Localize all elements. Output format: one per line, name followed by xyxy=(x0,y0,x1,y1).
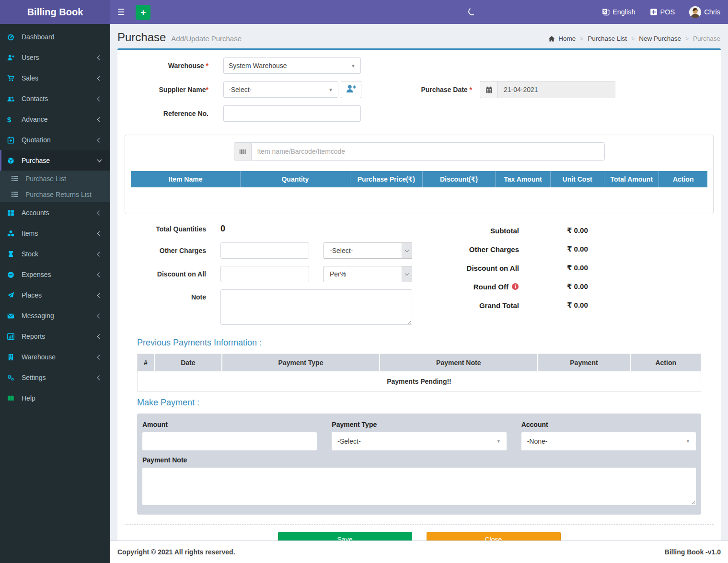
app-logo[interactable]: Billing Book xyxy=(0,0,110,24)
items-column-tax-amount: Tax Amount xyxy=(495,171,550,187)
chevron-left-icon xyxy=(97,96,102,101)
content-column: Purchase Add/Update Purchase Home>Purcha… xyxy=(110,24,728,563)
items-table: Item NameQuantityPurchase Price(₹)Discou… xyxy=(131,171,707,200)
reference-input[interactable] xyxy=(223,105,361,122)
purchase-date-label: Purchase Date * xyxy=(412,86,472,93)
payment-note-textarea[interactable] xyxy=(142,468,696,505)
sidebar-item-items[interactable]: Items xyxy=(0,223,110,243)
chevron-left-icon xyxy=(97,293,102,298)
total-quantities-label: Total Quantities xyxy=(125,225,206,233)
sidebar-item-purchase-list[interactable]: Purchase List xyxy=(0,171,110,186)
bar-chart-icon xyxy=(7,333,17,340)
payments-column-action: Action xyxy=(630,354,701,372)
version-text: Billing Book -v1.0 xyxy=(665,548,721,556)
sidebar-item-sales[interactable]: Sales xyxy=(0,68,110,88)
save-button[interactable]: Save xyxy=(278,532,412,540)
purchase-form: Warehouse * System Warehouse ▼ Supplier … xyxy=(125,57,714,130)
sidebar-item-purchase-returns-list[interactable]: Purchase Returns List xyxy=(0,186,110,202)
select-arrow-strip xyxy=(402,243,412,258)
calendar-icon[interactable] xyxy=(480,81,497,98)
items-column-unit-cost: Unit Cost xyxy=(551,171,604,187)
list-icon xyxy=(11,191,21,198)
chevron-left-icon xyxy=(97,76,102,80)
sidebar-item-purchase[interactable]: Purchase xyxy=(0,150,110,171)
hourglass-icon xyxy=(7,250,17,258)
sidebar-item-settings[interactable]: Settings xyxy=(0,367,110,388)
amount-input[interactable] xyxy=(142,432,317,450)
language-label: English xyxy=(612,8,636,16)
sidebar-item-places[interactable]: Places xyxy=(0,285,110,305)
other-charges-label: Other Charges xyxy=(125,247,206,254)
close-button[interactable]: Close xyxy=(427,532,561,540)
payments-column-date: Date xyxy=(154,354,222,372)
chevron-left-icon xyxy=(97,375,102,380)
sidebar-item-stock[interactable]: Stock xyxy=(0,243,110,264)
hamburger-icon[interactable]: ☰ xyxy=(110,7,132,17)
top-bar: Billing Book ☰ + English POS xyxy=(0,0,728,24)
totals-left: Total Quantities 0 Other Charges -Select… xyxy=(125,224,422,332)
page-title: Purchase xyxy=(117,31,166,44)
payment-type-value: -Select- xyxy=(337,437,360,445)
book-icon xyxy=(7,394,17,402)
make-payment-panel: Amount Payment Type -Select- ▼ xyxy=(137,414,701,515)
user-menu[interactable]: Chris xyxy=(689,6,720,18)
sidebar-item-label: Dashboard xyxy=(22,33,103,41)
summary-value: ₹ 0.00 xyxy=(567,245,652,253)
navbar-right: English POS Chris xyxy=(602,6,728,18)
sidebar-item-warehouse[interactable]: Warehouse xyxy=(0,346,110,367)
other-charges-input[interactable] xyxy=(220,242,309,259)
supplier-label: Supplier Name* xyxy=(125,86,208,93)
summary-row-subtotal: Subtotal₹ 0.00 xyxy=(422,226,652,235)
main-row: DashboardUsersSalesContacts$AdvanceQuota… xyxy=(0,24,728,563)
chevron-left-icon xyxy=(97,334,102,339)
discount-type-select[interactable]: Per% xyxy=(324,266,412,282)
supplier-select[interactable]: -Select- ▼ xyxy=(223,81,338,98)
make-payment-heading: Make Payment : xyxy=(137,398,701,408)
breadcrumb-home[interactable]: Home xyxy=(558,35,576,42)
pos-button[interactable]: POS xyxy=(650,8,675,16)
discount-type-value: Per% xyxy=(330,270,346,278)
sidebar-item-reports[interactable]: Reports xyxy=(0,326,110,346)
sidebar-item-help[interactable]: Help xyxy=(0,388,110,408)
amount-label: Amount xyxy=(142,421,317,428)
sidebar-item-quotation[interactable]: Quotation xyxy=(0,129,110,150)
note-textarea[interactable] xyxy=(220,289,412,325)
other-charges-type-select[interactable]: -Select- xyxy=(324,242,412,259)
discount-on-all-input[interactable] xyxy=(220,266,309,282)
breadcrumb-new-purchase[interactable]: New Purchase xyxy=(639,35,681,42)
sidebar-item-expenses[interactable]: Expenses xyxy=(0,264,110,285)
paper-plane-icon xyxy=(7,291,17,299)
sidebar-item-accounts[interactable]: Accounts xyxy=(0,202,110,223)
sidebar-item-label: Purchase xyxy=(22,157,98,164)
gauge-icon xyxy=(7,33,17,41)
sidebar-item-contacts[interactable]: Contacts xyxy=(0,88,110,109)
chevron-left-icon xyxy=(97,117,102,122)
sidebar-item-users[interactable]: Users xyxy=(0,47,110,68)
supplier-selected-value: -Select- xyxy=(229,86,252,93)
purchase-date-input[interactable]: 21-04-2021 xyxy=(497,81,615,98)
list-icon xyxy=(11,175,21,183)
sidebar-item-messaging[interactable]: Messaging xyxy=(0,305,110,326)
sidebar-item-advance[interactable]: $Advance xyxy=(0,109,110,129)
summary-label: Discount on All xyxy=(467,264,519,272)
previous-payments-heading: Previous Payments Information : xyxy=(137,338,701,348)
account-select[interactable]: -None- ▼ xyxy=(521,432,696,450)
sidebar-item-dashboard[interactable]: Dashboard xyxy=(0,26,110,47)
items-column-purchase-price: Purchase Price(₹) xyxy=(350,171,423,187)
payment-note-label: Payment Note xyxy=(142,456,696,464)
user-plus-icon xyxy=(7,54,17,61)
chevron-left-icon xyxy=(97,210,102,215)
quick-add-button[interactable]: + xyxy=(136,5,150,20)
warehouse-select[interactable]: System Warehouse ▼ xyxy=(223,57,361,74)
info-icon[interactable] xyxy=(511,283,519,290)
breadcrumb-purchase-list[interactable]: Purchase List xyxy=(588,35,627,42)
account-value: -None- xyxy=(527,437,548,445)
summary-value: ₹ 0.00 xyxy=(567,301,652,310)
language-menu[interactable]: English xyxy=(602,8,636,16)
item-search-input[interactable] xyxy=(251,142,605,161)
payment-type-select[interactable]: -Select- ▼ xyxy=(332,432,506,450)
add-supplier-button[interactable] xyxy=(341,81,361,98)
navbar: ☰ + English POS xyxy=(110,0,728,24)
chevron-left-icon xyxy=(97,313,102,318)
other-charges-type-value: -Select- xyxy=(330,247,353,254)
